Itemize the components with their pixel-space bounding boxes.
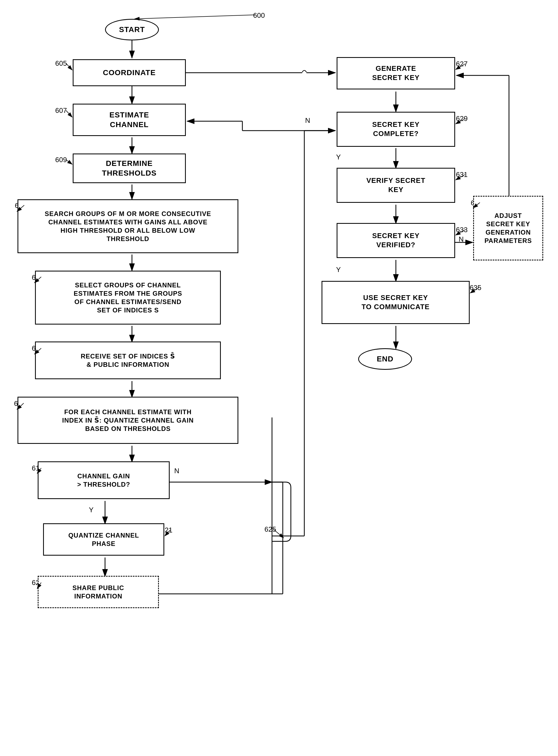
for-each-channel-node: FOR EACH CHANNEL ESTIMATE WITHINDEX IN S… [18, 397, 238, 444]
secret-key-verified-node: SECRET KEYVERIFIED? [337, 223, 455, 258]
ref-609: 609 [55, 156, 67, 164]
svg-line-40 [66, 160, 72, 164]
svg-rect-55 [302, 70, 306, 75]
flowchart-diagram: START 600 605 COORDINATE 607 ESTIMATECHA… [0, 0, 558, 756]
search-groups-node: SEARCH GROUPS OF M OR MORE CONSECUTIVECH… [18, 199, 238, 253]
receive-set-node: RECEIVE SET OF INDICES S̄& PUBLIC INFORM… [35, 342, 221, 379]
quantize-channel-phase-node: QUANTIZE CHANNELPHASE [43, 523, 164, 556]
ref-635: 635 [470, 284, 481, 292]
determine-thresholds-node: DETERMINETHRESHOLDS [73, 153, 186, 183]
secret-key-complete-node: SECRET KEYCOMPLETE? [337, 112, 455, 147]
end-node: END [358, 348, 412, 370]
arrow-label-n-629: N [305, 116, 310, 125]
ref-605: 605 [55, 59, 67, 68]
arrow-label-y-619: Y [89, 506, 94, 514]
verify-secret-key-node: VERIFY SECRETKEY [337, 168, 455, 203]
ref-633: 633 [456, 226, 467, 234]
start-node: START [105, 19, 159, 41]
arrow-label-y-633: Y [336, 266, 341, 274]
svg-line-38 [66, 63, 72, 70]
share-public-info-node: SHARE PUBLICINFORMATION [38, 576, 159, 608]
svg-line-39 [66, 110, 72, 117]
ref-631: 631 [456, 171, 467, 179]
coordinate-node: COORDINATE [73, 59, 186, 86]
svg-line-37 [135, 15, 256, 19]
ref-625: 625 [264, 525, 276, 533]
arrow-label-y-629: Y [336, 153, 341, 161]
ref-629: 629 [456, 115, 467, 123]
generate-secret-key-node: GENERATESECRET KEY [337, 57, 455, 90]
ref-627: 627 [456, 60, 467, 68]
select-groups-node: SELECT GROUPS OF CHANNELESTIMATES FROM T… [35, 271, 221, 325]
arrow-label-n-619: N [174, 467, 179, 475]
channel-gain-threshold-node: CHANNEL GAIN> THRESHOLD? [38, 461, 170, 499]
use-secret-key-node: USE SECRET KEYTO COMMUNICATE [322, 281, 470, 324]
arrow-label-n-633: N [459, 235, 464, 244]
ref-600: 600 [253, 11, 265, 20]
adjust-secret-key-node: ADJUSTSECRET KEYGENERATIONPARAMETERS [473, 196, 543, 260]
ref-607: 607 [55, 106, 67, 115]
estimate-channel-node: ESTIMATECHANNEL [73, 104, 186, 136]
